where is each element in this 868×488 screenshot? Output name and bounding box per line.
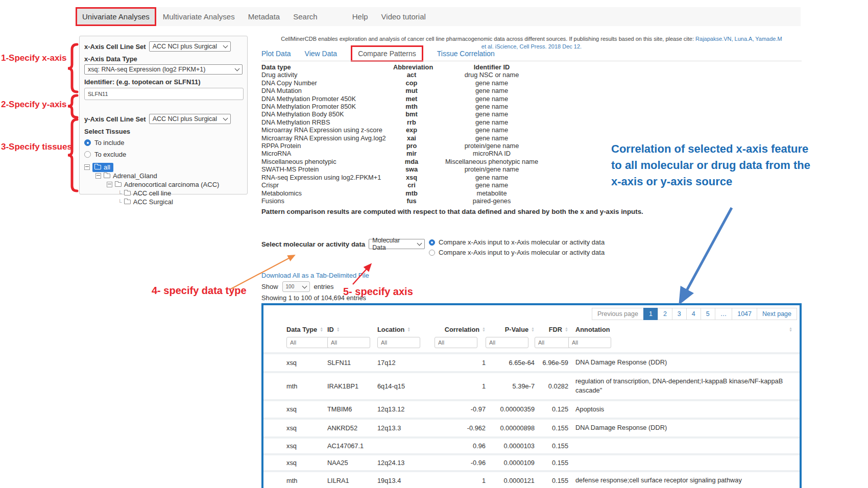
cell-p-value: 0.00000898: [486, 424, 535, 432]
column-filter-input[interactable]: [327, 337, 370, 348]
page-length-select[interactable]: 100: [282, 281, 310, 292]
nav-item[interactable]: Univariate Analyses: [76, 7, 156, 26]
cell-correlation: 1: [435, 477, 486, 484]
annotation-step4: 4- specify data type: [152, 285, 247, 297]
y-cell-line-set-select[interactable]: ACC NCI plus Surgical: [149, 114, 231, 124]
tab[interactable]: Plot Data: [261, 50, 291, 58]
cell-correlation: -0.97: [435, 405, 486, 413]
page-number-button[interactable]: 1047: [732, 308, 757, 320]
cell-annotation: regulation of transcription, DNA-depende…: [568, 377, 792, 396]
column-header[interactable]: Location: [377, 326, 435, 333]
column-header[interactable]: Data Type: [286, 326, 327, 333]
reference-row: RPPA Protein pro protein/gene name: [261, 142, 553, 150]
radio-icon: [429, 239, 435, 246]
reference-row: Crispr cri gene name: [261, 181, 553, 189]
tree-node-acc[interactable]: Adrenocortical carcinoma (ACC): [84, 180, 243, 189]
correlation-results-table: Previous page 12345…1047 Next page Data …: [261, 303, 802, 488]
annotation-step3: 3-Specify tissues: [1, 142, 72, 152]
column-filter-input[interactable]: [486, 337, 528, 348]
sort-icon[interactable]: [482, 327, 486, 332]
collapse-icon[interactable]: [84, 164, 90, 170]
page-number-button[interactable]: 3: [672, 308, 687, 320]
cell-p-value: 0.0000109: [486, 459, 535, 467]
cell-id: SLFN11: [327, 359, 377, 367]
cell-p-value: 5.39e-7: [486, 382, 535, 390]
x-data-type-label: x-Axis Data Type: [84, 55, 243, 63]
tab[interactable]: Compare Patterns: [351, 45, 423, 62]
cell-data-type: xsq: [286, 442, 327, 450]
previous-page-button[interactable]: Previous page: [592, 308, 644, 320]
page-number-button[interactable]: …: [715, 308, 733, 320]
cell-id: IRAK1BP1: [327, 382, 377, 390]
column-header[interactable]: Annotation: [568, 326, 792, 333]
reference-row: DNA Mutation mut gene name: [261, 87, 553, 94]
nav-item[interactable]: Metadata: [242, 7, 287, 26]
cell-id: LILRA1: [327, 477, 377, 484]
page-number-button[interactable]: 5: [701, 308, 715, 320]
page-number-button[interactable]: 4: [686, 308, 701, 320]
cell-id: ANKRD52: [327, 424, 377, 432]
reference-header-abbr: Abbreviation: [393, 63, 430, 71]
folder-icon: [124, 200, 131, 204]
table-row: xsq NAA25 12q24.13 -0.96 0.0000109 0.155: [263, 453, 800, 470]
tree-node-acc-surgical[interactable]: └ ACC Surgical: [84, 198, 243, 206]
molecular-select-label: Select molecular or activity data: [261, 240, 365, 248]
download-tab-delimited-link[interactable]: Download All as a Tab-Delimited File: [261, 272, 369, 279]
x-cell-line-set-select[interactable]: ACC NCI plus Surgical: [149, 41, 231, 52]
sort-icon[interactable]: [565, 327, 568, 332]
column-header[interactable]: P-Value: [486, 326, 535, 333]
citation-authors-link[interactable]: Rajapakse.VN, Luna.A, Yamade.M: [695, 36, 782, 42]
tree-node-acc-cell-line[interactable]: └ ACC cell line: [84, 189, 243, 198]
next-page-button[interactable]: Next page: [757, 308, 797, 320]
cell-fdr: 0.125: [535, 405, 568, 413]
sort-icon[interactable]: [407, 327, 411, 332]
sort-icon[interactable]: [336, 327, 340, 332]
tissues-exclude-radio[interactable]: To exclude: [84, 151, 243, 158]
nav-item[interactable]: Multivariate Analyses: [156, 7, 242, 26]
top-nav: Univariate AnalysesMultivariate Analyses…: [76, 7, 801, 26]
pagination: Previous page 12345…1047 Next page: [263, 308, 797, 320]
reference-row: MicroRNA mir microRNA ID: [261, 150, 553, 157]
tab[interactable]: View Data: [305, 50, 337, 58]
sort-icon[interactable]: [789, 327, 792, 332]
page-number-button[interactable]: 2: [658, 308, 672, 320]
nav-item[interactable]: Video tutorial: [375, 7, 432, 26]
nav-item[interactable]: Help: [346, 7, 375, 26]
compare-axis-options: Compare x-Axis input to x-Axis molecular…: [429, 238, 605, 259]
cell-annotation: DNA Damage Response (DDR): [568, 358, 792, 368]
cell-fdr: 0.155: [535, 477, 568, 484]
compare-axis-radio[interactable]: Compare x-Axis input to y-Axis molecular…: [429, 249, 605, 256]
cell-data-type: xsq: [286, 359, 327, 367]
sort-icon[interactable]: [320, 327, 323, 332]
cell-fdr: 0.0282: [535, 382, 568, 390]
table-row: xsq SLFN11 17q12 1 6.65e-64 6.96e-59 DNA…: [263, 352, 800, 371]
column-filter-input[interactable]: [435, 337, 477, 348]
cell-p-value: 0.00000359: [486, 405, 535, 413]
column-filter-input[interactable]: [568, 337, 611, 348]
page-number-button[interactable]: 1: [643, 308, 658, 320]
x-data-type-select[interactable]: xsq: RNA-seq Expression (log2 FPKM+1): [84, 64, 243, 75]
column-filter-input[interactable]: [286, 337, 329, 348]
table-row: xsq ANKRD52 12q13.3 -0.962 0.00000898 0.…: [263, 418, 800, 436]
cell-fdr: 0.155: [535, 442, 568, 450]
identifier-input[interactable]: [84, 88, 244, 100]
molecular-select-row: Select molecular or activity data Molecu…: [261, 239, 425, 249]
sort-icon[interactable]: [531, 327, 535, 332]
collapse-icon[interactable]: [95, 173, 101, 179]
annotation-correlation-note: Correlation of selected x-axis feature t…: [611, 141, 811, 190]
column-header[interactable]: Correlation: [435, 326, 486, 333]
compare-axis-radio[interactable]: Compare x-Axis input to x-Axis molecular…: [429, 238, 605, 246]
column-header[interactable]: ID: [327, 326, 377, 333]
cell-location: 12q24.13: [377, 459, 435, 467]
column-header[interactable]: FDR: [535, 326, 568, 333]
molecular-data-select[interactable]: Molecular Data: [369, 239, 425, 249]
column-filter-input[interactable]: [377, 337, 420, 348]
data-type-reference-table: Data type Abbreviation Identifier ID Dru…: [261, 63, 553, 205]
tab[interactable]: Tissue Correlation: [437, 50, 495, 58]
tree-node-all[interactable]: all: [84, 163, 243, 172]
nav-item[interactable]: Search: [286, 7, 324, 26]
tree-node-adrenal-gland[interactable]: Adrenal_Gland: [84, 172, 243, 180]
cell-data-type: mth: [286, 382, 327, 390]
collapse-icon[interactable]: [107, 182, 112, 187]
tissues-include-radio[interactable]: To include: [84, 139, 243, 147]
